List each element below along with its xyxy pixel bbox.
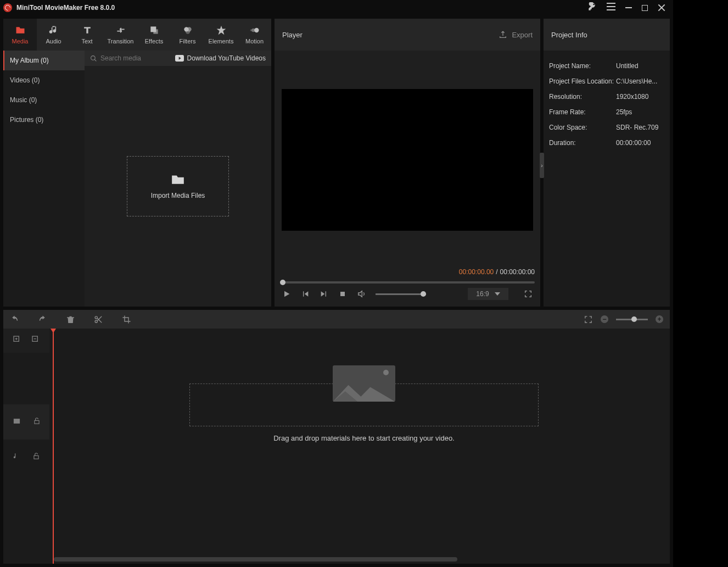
total-time: 00:00:00:00: [500, 268, 535, 276]
window-maximize-icon[interactable]: [642, 5, 648, 11]
mute-button[interactable]: [357, 290, 366, 298]
delete-button[interactable]: [66, 315, 75, 324]
zoom-in-button[interactable]: +: [656, 315, 663, 323]
search-icon: [90, 55, 97, 62]
stop-button[interactable]: [338, 290, 347, 298]
search-input[interactable]: [100, 54, 161, 62]
download-youtube-button[interactable]: Download YouTube Videos: [175, 54, 266, 62]
window-close-icon[interactable]: [658, 4, 665, 12]
step-forward-icon: [320, 290, 328, 298]
prev-frame-button[interactable]: [301, 290, 310, 298]
info-row-duration: Duration:00:00:00:00: [549, 135, 664, 151]
unlock-icon: [32, 452, 40, 460]
svg-point-7: [185, 29, 189, 34]
svg-rect-19: [13, 419, 19, 424]
timeline-scrollbar-thumb[interactable]: [54, 557, 457, 562]
playhead[interactable]: [53, 329, 54, 564]
info-row-name: Project Name:Untitled: [549, 58, 664, 74]
info-value: C:\Users\He...: [616, 77, 664, 85]
sidebar-item-pictures[interactable]: Pictures (0): [3, 110, 85, 130]
project-info-title: Project Info: [551, 31, 587, 39]
tab-media[interactable]: Media: [3, 19, 37, 51]
track-visibility-button[interactable]: [13, 417, 21, 427]
sidebar-item-my-album[interactable]: My Album (0): [3, 51, 85, 70]
info-label: Resolution:: [549, 93, 616, 101]
elements-icon: [216, 25, 227, 36]
zoom-out-button[interactable]: −: [601, 315, 608, 323]
app-title: MiniTool MovieMaker Free 8.0.0: [16, 4, 115, 12]
youtube-icon: [175, 55, 184, 62]
tab-elements[interactable]: Elements: [204, 19, 238, 51]
aspect-ratio-dropdown[interactable]: 16:9: [468, 288, 508, 300]
info-label: Duration:: [549, 139, 616, 147]
redo-button[interactable]: [38, 315, 47, 324]
track-mute-button[interactable]: [13, 452, 20, 462]
timeline-toolbar: − +: [3, 310, 670, 329]
seek-bar[interactable]: [280, 281, 535, 284]
tab-motion[interactable]: Motion: [238, 19, 271, 51]
svg-rect-4: [153, 29, 158, 34]
svg-point-10: [250, 29, 251, 31]
tab-effects[interactable]: Effects: [137, 19, 171, 51]
import-media-label: Import Media Files: [151, 192, 205, 199]
info-value: SDR- Rec.709: [616, 124, 664, 131]
tab-transition-label: Transition: [108, 38, 134, 45]
player-header: Player Export: [275, 19, 540, 51]
timeline-tracks-area[interactable]: Drag and drop materials here to start cr…: [49, 329, 670, 564]
scissors-icon: [94, 315, 103, 324]
zoom-thumb[interactable]: [631, 316, 637, 322]
library-sidebar: My Album (0) Videos (0) Music (0) Pictur…: [3, 51, 85, 307]
chevron-down-icon: [495, 292, 500, 296]
track-lock-button[interactable]: [33, 417, 41, 427]
sidebar-item-label: Pictures (0): [10, 116, 43, 124]
zoom-slider[interactable]: [616, 319, 648, 320]
fit-icon: [584, 315, 593, 324]
svg-point-11: [91, 55, 96, 60]
add-track-button[interactable]: [13, 335, 21, 346]
library-body: My Album (0) Videos (0) Music (0) Pictur…: [3, 51, 271, 307]
tab-filters[interactable]: Filters: [171, 19, 204, 51]
fullscreen-button[interactable]: [524, 290, 533, 298]
volume-slider[interactable]: [376, 293, 426, 295]
export-icon: [499, 30, 507, 39]
volume-thumb[interactable]: [421, 291, 426, 297]
audio-track-header: [3, 440, 49, 475]
aspect-ratio-value: 16:9: [476, 290, 489, 298]
tab-text[interactable]: Text: [70, 19, 104, 51]
crop-button[interactable]: [122, 315, 131, 324]
timeline-dropzone[interactable]: Drag and drop materials here to start cr…: [189, 383, 539, 442]
timeline-scrollbar[interactable]: [54, 557, 665, 562]
unlock-icon: [33, 417, 41, 425]
seek-thumb[interactable]: [280, 280, 285, 285]
remove-track-button[interactable]: [31, 335, 40, 346]
collapse-panel-button[interactable]: ›: [540, 153, 544, 178]
sidebar-item-music[interactable]: Music (0): [3, 90, 85, 110]
info-label: Color Space:: [549, 124, 616, 131]
sidebar-item-label: Videos (0): [10, 76, 40, 84]
import-media-button[interactable]: Import Media Files: [127, 156, 229, 216]
info-label: Project Name:: [549, 62, 616, 70]
tab-transition[interactable]: Transition: [104, 19, 137, 51]
track-lock-button[interactable]: [32, 452, 40, 462]
remove-track-icon: [31, 335, 40, 344]
svg-line-12: [94, 59, 96, 61]
fit-timeline-button[interactable]: [584, 315, 593, 324]
export-button[interactable]: Export: [499, 30, 533, 39]
tab-filters-label: Filters: [180, 38, 196, 45]
info-row-resolution: Resolution:1920x1080: [549, 89, 664, 104]
tab-audio[interactable]: Audio: [37, 19, 70, 51]
split-button[interactable]: [94, 315, 103, 324]
svg-rect-14: [340, 292, 345, 296]
video-preview: [282, 89, 533, 231]
sidebar-item-videos[interactable]: Videos (0): [3, 70, 85, 90]
tab-text-label: Text: [81, 38, 92, 45]
window-minimize-icon[interactable]: [625, 7, 632, 8]
hamburger-menu-icon[interactable]: [607, 3, 615, 13]
project-info-body: › Project Name:Untitled Project Files Lo…: [544, 51, 670, 307]
upgrade-key-icon[interactable]: [588, 2, 597, 13]
undo-button[interactable]: [10, 315, 19, 324]
info-value: Untitled: [616, 62, 664, 70]
next-frame-button[interactable]: [320, 290, 328, 298]
app-window: MiniTool MovieMaker Free 8.0.0 Media: [0, 0, 673, 567]
play-button[interactable]: [282, 290, 291, 298]
